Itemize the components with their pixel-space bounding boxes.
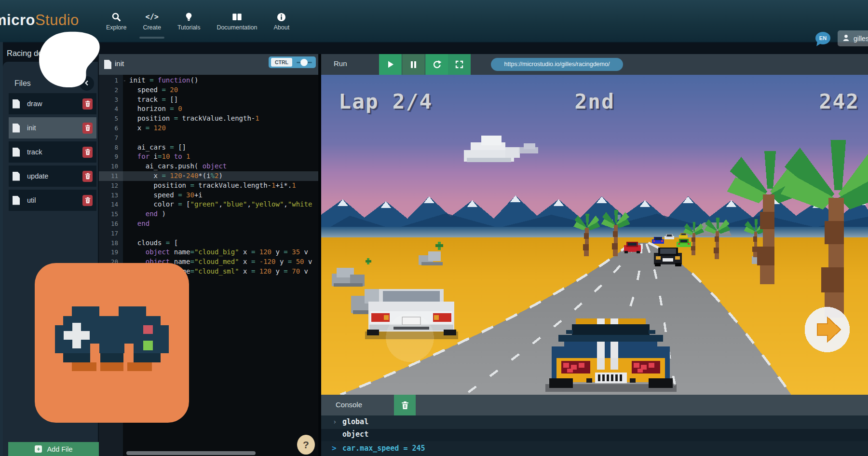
fold-marker-icon — [123, 219, 127, 229]
ctrl-toggle[interactable]: CTRL — [269, 56, 316, 68]
fold-marker-icon — [123, 143, 127, 152]
book-icon — [232, 11, 242, 23]
game-url[interactable]: https://microstudio.io/gilles/racingdemo… — [491, 58, 623, 71]
line-number: 4 — [99, 104, 123, 114]
code-line[interactable]: 5 position = trackValue.length-1 — [99, 114, 318, 124]
delete-file-button[interactable] — [82, 123, 93, 134]
gamepad-icon — [54, 306, 169, 380]
code-line[interactable]: 8 ai_cars = [] — [99, 143, 318, 152]
expand-chevron-icon[interactable]: › — [333, 418, 337, 426]
code-line[interactable]: 7 — [99, 133, 318, 143]
code-line[interactable]: 14 color = ["green","blue","yellow","whi… — [99, 200, 318, 209]
code-line[interactable]: 18 clouds = [ — [99, 238, 318, 248]
top-nav: microStudio Explore </> Create Tutorials — [0, 0, 868, 43]
trash-icon — [85, 149, 91, 155]
code-text: speed = 20 — [129, 85, 178, 95]
file-item-draw[interactable]: draw — [9, 93, 96, 114]
fold-marker-icon — [123, 133, 127, 143]
user-menu-button[interactable]: gilles — [838, 30, 868, 46]
file-name: init — [27, 124, 36, 132]
fold-marker-icon — [123, 152, 127, 162]
right-arrow-control[interactable] — [805, 307, 850, 352]
delete-file-button[interactable] — [82, 147, 93, 158]
ai-car-white-far — [665, 234, 674, 239]
nav-item-tutorials[interactable]: Tutorials — [169, 0, 208, 42]
file-name: draw — [27, 100, 42, 108]
code-line[interactable]: 10 ai_cars.push( object — [99, 162, 318, 171]
fold-marker-icon: - — [123, 76, 127, 85]
code-line[interactable]: 1-init = function() — [99, 76, 318, 85]
code-line[interactable]: 4 horizon = 0 — [99, 104, 318, 114]
console-entry-global[interactable]: › global — [321, 415, 868, 429]
line-number: 19 — [99, 248, 123, 257]
fold-marker-icon — [123, 209, 127, 219]
line-number: 2 — [99, 85, 123, 95]
code-line[interactable]: 19 object name="cloud_big" x = 120 y = 3… — [99, 248, 318, 257]
code-line[interactable]: 12 position = trackValue.length-1+i*.1 — [99, 181, 318, 191]
cursor-blob-overlay — [38, 31, 102, 89]
app-logo[interactable]: microStudio — [0, 12, 79, 29]
file-icon — [13, 172, 20, 181]
code-text: horizon = 0 — [129, 104, 182, 114]
pause-button[interactable] — [402, 54, 425, 75]
code-text: for i=10 to 1 — [129, 152, 190, 162]
console-input-entry[interactable]: > car.max_speed = 245 — [321, 441, 868, 456]
delete-file-button[interactable] — [82, 195, 93, 206]
code-line[interactable]: 9 for i=10 to 1 — [99, 152, 318, 162]
line-number: 3 — [99, 95, 123, 105]
fold-marker-icon — [123, 191, 127, 200]
console-entry-object: object — [321, 429, 868, 441]
file-item-util[interactable]: util — [9, 190, 96, 211]
code-line[interactable]: 13 speed = 30+i — [99, 191, 318, 200]
nav-item-create[interactable]: </> Create — [135, 0, 169, 42]
run-toolbar: Run https://microstudio.io/gilles/racing… — [321, 54, 868, 75]
code-line[interactable]: 6 x = 120 — [99, 124, 318, 133]
run-label: Run — [334, 59, 347, 68]
trash-icon — [85, 124, 91, 131]
horizontal-scrollbar[interactable] — [126, 451, 256, 455]
help-button[interactable]: ? — [297, 435, 315, 455]
code-text: speed = 30+i — [129, 191, 203, 200]
code-line[interactable]: 3 track = [] — [99, 95, 318, 105]
code-text: ai_cars.push( object — [129, 162, 227, 171]
line-number: 1 — [99, 76, 123, 85]
code-text: end — [129, 219, 149, 229]
code-line[interactable]: 16 end — [99, 219, 318, 229]
file-item-track[interactable]: track — [9, 141, 96, 163]
editor-tab-name: init — [115, 59, 124, 68]
code-line[interactable]: 11 x = 120-240*(i%2) — [99, 171, 318, 181]
line-number: 14 — [99, 200, 123, 209]
nav-label: Explore — [106, 24, 126, 31]
person-icon — [842, 34, 850, 43]
nav-item-explore[interactable]: Explore — [98, 0, 135, 42]
add-file-button[interactable]: + Add File — [8, 442, 99, 456]
reload-icon — [432, 60, 442, 69]
code-line[interactable]: 17 — [99, 229, 318, 238]
reload-button[interactable] — [425, 54, 448, 75]
game-viewport[interactable]: Lap 2/4 2nd 242 — [321, 75, 868, 395]
clear-console-button[interactable] — [394, 395, 416, 415]
code-text: x = 120-240*(i%2) — [129, 171, 223, 181]
trash-icon — [85, 100, 91, 107]
code-line[interactable]: 2 speed = 20 — [99, 85, 318, 95]
info-icon — [277, 11, 286, 23]
language-badge[interactable]: EN — [815, 32, 830, 44]
line-number: 16 — [99, 219, 123, 229]
hud-race-position: 2nd — [574, 91, 615, 112]
nav-item-about[interactable]: About — [265, 0, 298, 42]
toggle-knob[interactable] — [300, 59, 308, 66]
hud-lap-counter: Lap 2/4 — [339, 91, 433, 112]
nav-item-documentation[interactable]: Documentation — [208, 0, 265, 42]
file-item-init[interactable]: init — [9, 117, 96, 138]
files-list: drawinittrackupdateutil — [3, 93, 98, 214]
file-item-update[interactable]: update — [9, 166, 96, 187]
left-arrow-control[interactable] — [386, 314, 434, 362]
delete-file-button[interactable] — [82, 171, 93, 182]
play-button[interactable] — [379, 54, 402, 75]
delete-file-button[interactable] — [82, 98, 93, 110]
line-number: 15 — [99, 209, 123, 219]
code-line[interactable]: 15 end ) — [99, 209, 318, 219]
microstudio-app: microStudio Explore </> Create Tutorials — [0, 0, 868, 456]
code-text: object name="cloud_big" x = 120 y = 35 v — [129, 248, 308, 257]
fullscreen-button[interactable] — [448, 54, 471, 75]
